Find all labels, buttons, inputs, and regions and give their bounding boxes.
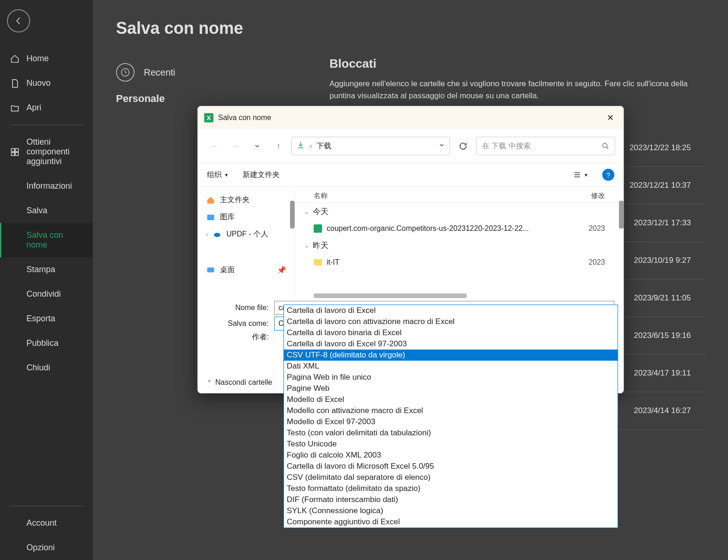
search-placeholder: 在 下载 中搜索 xyxy=(482,141,602,151)
format-option[interactable]: Pagine Web xyxy=(284,383,618,394)
format-option[interactable]: Testo (con valori delimitati da tabulazi… xyxy=(284,427,618,439)
nav-share[interactable]: Condividi xyxy=(0,282,93,306)
nav-label: Ottieni componenti aggiuntivi xyxy=(26,137,83,166)
search-icon xyxy=(602,142,609,150)
format-option[interactable]: DIF (Formato interscambio dati) xyxy=(284,494,618,505)
nav-label: Nuovo xyxy=(26,78,51,88)
format-option[interactable]: Cartella di lavoro binaria di Excel xyxy=(284,327,618,338)
nav-info[interactable]: Informazioni xyxy=(0,174,93,198)
format-option[interactable]: Foglio di calcolo XML 2003 xyxy=(284,450,618,461)
home-folder-icon xyxy=(206,196,215,204)
excel-file-icon xyxy=(314,224,322,233)
format-option[interactable]: SYLK (Connessione logica) xyxy=(284,505,618,516)
nav-open[interactable]: Apri xyxy=(0,95,93,120)
nav-label: Esporta xyxy=(26,314,55,324)
format-option[interactable]: Cartella di lavoro di Microsoft Excel 5.… xyxy=(284,461,618,472)
author-label: 作者: xyxy=(207,332,274,342)
organize-button[interactable]: 组织 ▼ xyxy=(207,170,229,180)
svg-rect-6 xyxy=(207,215,214,220)
column-name[interactable]: 名称 xyxy=(314,191,591,200)
format-option[interactable]: Componente aggiuntivo di Excel xyxy=(284,516,618,528)
nav-label: Salva xyxy=(26,206,47,216)
page-title: Salva con nome xyxy=(116,19,705,38)
chevron-up-icon: ⌃ xyxy=(207,379,212,386)
nav-save[interactable]: Salva xyxy=(0,198,93,223)
pin-icon[interactable]: 📌 xyxy=(277,266,286,274)
file-scrollbar-horizontal[interactable] xyxy=(314,293,467,298)
chevron-down-icon: ⌄ xyxy=(304,209,309,215)
dialog-title: Salva con nome xyxy=(218,114,603,122)
home-icon xyxy=(10,54,19,64)
group-today[interactable]: ⌄今天 xyxy=(295,203,624,221)
path-segment[interactable]: 下载 xyxy=(316,141,331,151)
format-option[interactable]: Cartella di lavoro di Excel xyxy=(284,305,618,316)
nav-history-button[interactable] xyxy=(249,138,265,154)
nav-print[interactable]: Stampa xyxy=(0,257,93,282)
close-button[interactable]: ✕ xyxy=(603,111,617,125)
format-option[interactable]: Testo formattato (delimitato da spazio) xyxy=(284,483,618,494)
file-row[interactable]: coupert.com-organic.Competitors-us-20231… xyxy=(295,221,624,236)
format-option[interactable]: Cartella di lavoro con attivazione macro… xyxy=(284,316,618,327)
backstage-sidebar: Home Nuovo Apri Ottieni componenti aggiu… xyxy=(0,0,93,560)
chevron-down-icon[interactable] xyxy=(438,142,445,150)
nav-export[interactable]: Esporta xyxy=(0,306,93,331)
format-option[interactable]: Pagina Web in file unico xyxy=(284,372,618,383)
format-option[interactable]: Modello con attivazione macro di Excel xyxy=(284,405,618,416)
format-option[interactable]: Dati XML xyxy=(284,361,618,372)
nav-label: Pubblica xyxy=(26,338,58,348)
help-button[interactable]: ? xyxy=(602,169,614,181)
pinned-title: Bloccati xyxy=(329,57,705,71)
nav-label: Opzioni xyxy=(26,543,55,553)
onedrive-icon xyxy=(213,230,222,239)
clock-icon xyxy=(116,63,135,82)
group-yesterday[interactable]: ⌄昨天 xyxy=(295,236,624,255)
saveas-label: Salva come: xyxy=(207,319,274,328)
nav-up-button[interactable]: ↑ xyxy=(270,138,287,154)
format-option[interactable]: Cartella di lavoro di Excel 97-2003 xyxy=(284,338,618,350)
view-options-button[interactable]: ▼ xyxy=(573,171,588,179)
svg-point-5 xyxy=(603,143,607,147)
file-scrollbar-vertical[interactable] xyxy=(619,201,624,229)
nav-close[interactable]: Chiudi xyxy=(0,356,93,380)
svg-point-7 xyxy=(214,233,220,237)
format-option[interactable]: Modello di Excel xyxy=(284,394,618,405)
back-button[interactable] xyxy=(7,9,30,32)
save-as-dialog: X Salva con nome ✕ ← → ↑ › 下载 在 下载 中搜索 xyxy=(197,106,624,394)
open-icon xyxy=(10,103,19,113)
gallery-icon xyxy=(206,213,215,222)
nav-new[interactable]: Nuovo xyxy=(0,71,93,95)
main-content: Salva con nome Recenti Personale Bloccat… xyxy=(93,0,728,560)
refresh-button[interactable] xyxy=(455,138,471,154)
tree-scrollbar[interactable] xyxy=(290,201,295,229)
format-option[interactable]: CSV UTF-8 (delimitato da virgole) xyxy=(284,350,618,361)
nav-publish[interactable]: Pubblica xyxy=(0,331,93,356)
format-option[interactable]: Modello di Excel 97-2003 xyxy=(284,416,618,427)
filename-label: Nome file: xyxy=(207,304,274,312)
chevron-down-icon: ⌄ xyxy=(304,242,309,249)
pinned-description: Aggiungere nell'elenco le cartelle che s… xyxy=(329,78,705,102)
file-row[interactable]: it-IT 2023 xyxy=(295,255,624,270)
excel-icon: X xyxy=(204,113,213,122)
tree-item-home[interactable]: 主文件夹 xyxy=(198,191,295,209)
tree-item-gallery[interactable]: 图库 xyxy=(198,209,295,226)
column-modified[interactable]: 修改 xyxy=(591,191,605,200)
search-input[interactable]: 在 下载 中搜索 xyxy=(476,137,615,155)
nav-forward-button[interactable]: → xyxy=(227,138,244,154)
recent-section[interactable]: Recenti xyxy=(116,57,306,88)
folder-icon xyxy=(314,259,322,266)
file-list: 名称 修改 ⌄今天 coupert.com-organic.Competitor… xyxy=(295,187,624,298)
nav-options[interactable]: Opzioni xyxy=(0,535,93,560)
svg-rect-3 xyxy=(15,152,19,155)
nav-saveas[interactable]: Salva con nome xyxy=(0,223,93,257)
nav-addins[interactable]: Ottieni componenti aggiuntivi xyxy=(0,130,93,174)
format-option[interactable]: CSV (delimitato dal separatore di elenco… xyxy=(284,472,618,483)
new-folder-button[interactable]: 新建文件夹 xyxy=(243,170,280,180)
address-bar[interactable]: › 下载 xyxy=(291,137,450,155)
tree-item-onedrive[interactable]: ›UPDF - 个人 xyxy=(198,226,295,243)
nav-account[interactable]: Account xyxy=(0,511,93,535)
nav-home[interactable]: Home xyxy=(0,46,93,71)
format-option[interactable]: Testo Unicode xyxy=(284,439,618,450)
tree-item-desktop[interactable]: 桌面📌 xyxy=(198,261,295,279)
nav-back-button[interactable]: ← xyxy=(206,138,223,154)
nav-label: Home xyxy=(26,54,49,64)
